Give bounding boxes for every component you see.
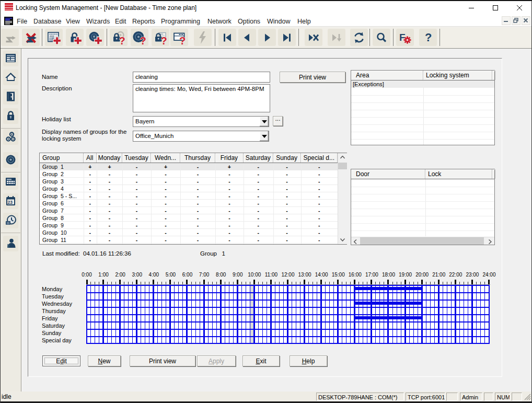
svg-text:?: ? <box>179 35 186 45</box>
svg-text:F: F <box>399 32 406 43</box>
svg-text:?: ? <box>161 35 167 45</box>
svg-text:?: ? <box>140 35 146 45</box>
svg-text:?: ? <box>119 35 125 45</box>
svg-text:23: 23 <box>8 200 13 205</box>
svg-text:?: ? <box>425 31 432 44</box>
